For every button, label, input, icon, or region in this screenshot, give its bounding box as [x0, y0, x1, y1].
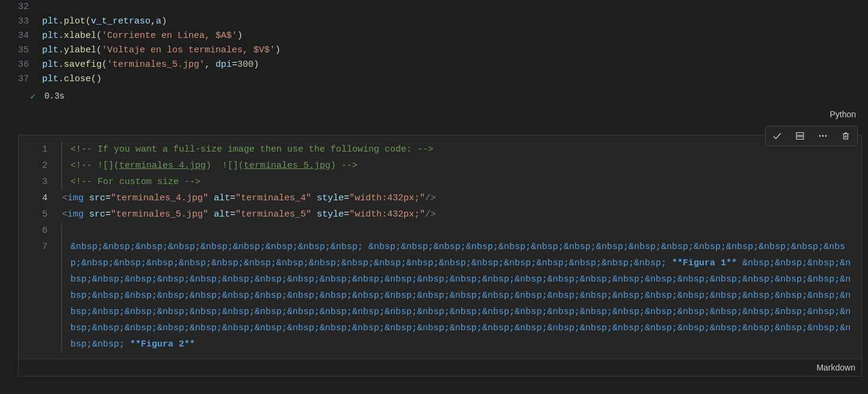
md-line-4: <img src="terminales_4.jpg" alt="termina…: [62, 190, 861, 206]
line-number: 32: [6, 0, 42, 14]
svg-point-4: [825, 135, 827, 137]
md-line-2: <!-- ![](terminales_4.jpg) ![](terminale…: [61, 158, 861, 174]
code-line-36: plt.savefig('terminales_5.jpg', dpi=300): [42, 58, 862, 72]
line-number: 33: [6, 14, 42, 29]
cell-toolbar: [765, 126, 858, 146]
md-line-6: [61, 223, 861, 239]
code-line-32: [42, 0, 862, 14]
markdown-cell: 1 <!-- If you want a full-size image the…: [18, 135, 862, 377]
line-number: 7: [19, 239, 62, 255]
svg-rect-1: [796, 137, 804, 140]
split-cell-button[interactable]: [789, 126, 811, 146]
md-line-1: <!-- If you want a full-size image then …: [61, 141, 861, 158]
line-number: 35: [6, 43, 42, 58]
python-cell: 32 33 plt.plot(v_t_retraso,a) 34 plt.xla…: [6, 0, 862, 123]
md-line-3: <!-- For custom size -->: [61, 174, 861, 190]
line-number: 36: [6, 58, 42, 72]
execution-time: 0.3s: [45, 91, 65, 101]
code-line-35: plt.ylabel('Voltaje en los terminales, $…: [42, 43, 862, 58]
line-number: 3: [19, 174, 62, 190]
python-code[interactable]: 32 33 plt.plot(v_t_retraso,a) 34 plt.xla…: [6, 0, 862, 87]
line-number: 2: [19, 158, 62, 174]
svg-point-2: [819, 135, 821, 137]
line-number: 37: [6, 72, 42, 87]
line-number: 6: [19, 223, 62, 239]
success-check-icon: ✓: [30, 90, 36, 102]
delete-cell-button[interactable]: [834, 126, 857, 146]
code-line-34: plt.xlabel('Corriente en Linea, $A$'): [42, 29, 862, 43]
svg-rect-0: [796, 133, 804, 136]
code-line-37: plt.close(): [42, 72, 862, 87]
line-number: 34: [6, 29, 42, 43]
md-line-7: &nbsp;&nbsp;&nbsp;&nbsp;&nbsp;&nbsp;&nbs…: [61, 239, 861, 352]
svg-point-3: [822, 135, 824, 137]
cell-status-bar: ✓ 0.3s: [6, 87, 862, 106]
code-line-33: plt.plot(v_t_retraso,a): [42, 14, 862, 29]
more-actions-button[interactable]: [811, 126, 834, 146]
line-number: 4: [19, 190, 62, 206]
md-line-5: <img src="terminales_5.jpg" alt="termina…: [62, 206, 861, 223]
line-number: 1: [19, 141, 62, 158]
accept-button[interactable]: [766, 126, 789, 146]
markdown-code[interactable]: 1 <!-- If you want a full-size image the…: [19, 135, 861, 359]
line-number: 5: [19, 206, 62, 223]
cell-language-label[interactable]: Markdown: [19, 359, 861, 376]
cell-language-label[interactable]: Python: [6, 106, 862, 123]
